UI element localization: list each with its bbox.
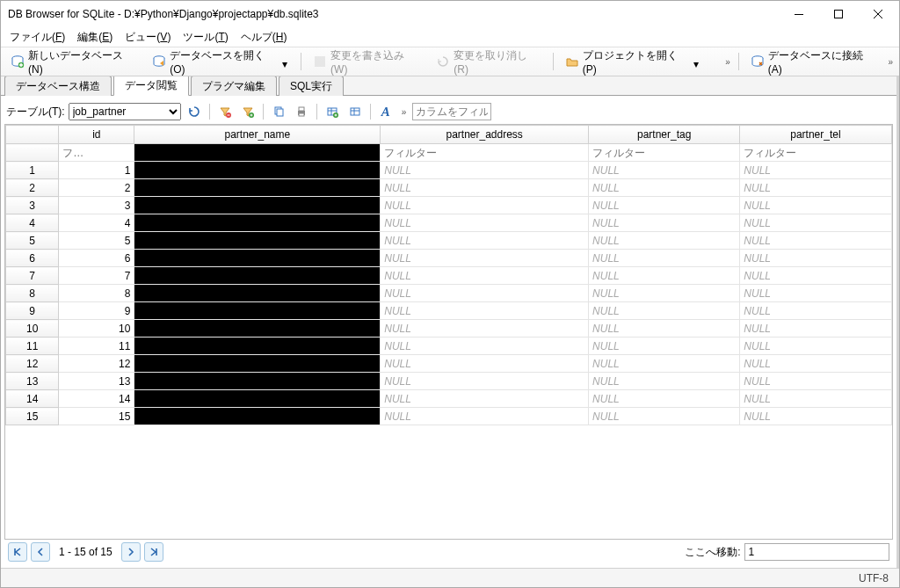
refresh-button[interactable]	[185, 102, 204, 121]
cell-id[interactable]: 4	[59, 214, 134, 232]
cell-partner-address[interactable]: NULL	[381, 373, 589, 390]
cell-partner-tel[interactable]: NULL	[740, 390, 891, 408]
cell-partner-address[interactable]: NULL	[381, 338, 589, 355]
cell-id[interactable]: 2	[59, 179, 134, 197]
cell-partner-address[interactable]: NULL	[381, 285, 589, 302]
minimize-button[interactable]	[779, 2, 818, 26]
table-row[interactable]: 11NULLNULLNULL	[6, 162, 892, 179]
save-filters-button[interactable]	[238, 102, 258, 121]
open-project-button[interactable]: プロジェクトを開く(P) ▾	[559, 50, 708, 73]
cell-partner-name[interactable]	[134, 162, 381, 179]
cell-partner-tag[interactable]: NULL	[589, 390, 740, 408]
tab-browse-data[interactable]: データ閲覧	[113, 76, 189, 96]
table-row[interactable]: 88NULLNULLNULL	[6, 285, 892, 302]
table-row[interactable]: 22NULLNULLNULL	[6, 179, 892, 197]
cell-partner-tag[interactable]: NULL	[589, 214, 740, 232]
cell-partner-address[interactable]: NULL	[381, 390, 589, 408]
cell-id[interactable]: 12	[59, 355, 134, 373]
cell-partner-address[interactable]: NULL	[381, 408, 589, 425]
cell-partner-tag[interactable]: NULL	[589, 408, 740, 425]
cell-id[interactable]: 14	[59, 390, 134, 408]
cell-partner-address[interactable]: NULL	[381, 250, 589, 267]
cell-partner-tag[interactable]: NULL	[589, 355, 740, 373]
cell-partner-name[interactable]	[134, 320, 381, 338]
cell-partner-tel[interactable]: NULL	[740, 162, 891, 179]
tab-execute-sql[interactable]: SQL実行	[279, 76, 344, 96]
insert-record-button[interactable]	[323, 102, 342, 121]
cell-partner-tag[interactable]: NULL	[589, 285, 740, 302]
table-row[interactable]: 55NULLNULLNULL	[6, 232, 892, 250]
pager-prev-button[interactable]	[31, 542, 50, 562]
cell-partner-name[interactable]	[134, 250, 381, 267]
cell-partner-tel[interactable]: NULL	[740, 179, 891, 197]
cell-partner-address[interactable]: NULL	[381, 232, 589, 250]
cell-partner-address[interactable]: NULL	[381, 302, 589, 320]
col-header-partner-address[interactable]: partner_address	[381, 126, 589, 144]
filter-id[interactable]	[59, 145, 134, 161]
cell-partner-name[interactable]	[134, 390, 381, 408]
column-filter-input[interactable]	[412, 103, 491, 120]
revert-changes-button[interactable]: 変更を取り消し(R)	[430, 50, 548, 73]
goto-input[interactable]	[744, 543, 889, 561]
cell-partner-tel[interactable]: NULL	[740, 285, 891, 302]
pager-next-button[interactable]	[121, 542, 141, 562]
cell-partner-tag[interactable]: NULL	[589, 162, 740, 179]
filter-tag[interactable]	[589, 145, 739, 161]
filter-address[interactable]	[381, 145, 588, 161]
pager-first-button[interactable]	[8, 542, 27, 562]
cell-id[interactable]: 3	[59, 197, 134, 214]
overflow-button[interactable]: »	[399, 105, 410, 119]
cell-partner-address[interactable]: NULL	[381, 162, 589, 179]
cell-partner-tag[interactable]: NULL	[589, 232, 740, 250]
col-header-partner-name[interactable]: partner_name	[134, 126, 381, 144]
table-row[interactable]: 1313NULLNULLNULL	[6, 373, 892, 390]
cell-id[interactable]: 15	[59, 408, 134, 425]
toolbar-overflow[interactable]: »	[722, 55, 733, 69]
table-row[interactable]: 1515NULLNULLNULL	[6, 408, 892, 425]
menu-edit[interactable]: 編集(E)	[72, 28, 118, 47]
cell-id[interactable]: 8	[59, 285, 134, 302]
table-row[interactable]: 99NULLNULLNULL	[6, 302, 892, 320]
copy-button[interactable]	[269, 102, 288, 121]
col-header-id[interactable]: id	[59, 126, 134, 144]
pager-last-button[interactable]	[144, 542, 163, 562]
delete-record-button[interactable]	[345, 102, 365, 121]
cell-partner-name[interactable]	[134, 338, 381, 355]
cell-id[interactable]: 5	[59, 232, 134, 250]
table-select[interactable]: job_partner	[69, 103, 181, 120]
open-database-button[interactable]: データベースを開く(O) ▾	[146, 50, 295, 73]
cell-partner-name[interactable]	[134, 179, 381, 197]
cell-partner-name[interactable]	[134, 285, 381, 302]
cell-partner-tel[interactable]: NULL	[740, 214, 891, 232]
cell-partner-tel[interactable]: NULL	[740, 338, 891, 355]
menu-tools[interactable]: ツール(T)	[178, 28, 233, 47]
clear-filters-button[interactable]	[215, 102, 235, 121]
cell-partner-tel[interactable]: NULL	[740, 408, 891, 425]
table-row[interactable]: 77NULLNULLNULL	[6, 267, 892, 285]
connect-database-button[interactable]: データベースに接続(A)	[744, 50, 882, 73]
cell-partner-tel[interactable]: NULL	[740, 197, 891, 214]
cell-id[interactable]: 10	[59, 320, 134, 338]
maximize-button[interactable]	[818, 2, 858, 26]
col-header-partner-tag[interactable]: partner_tag	[589, 126, 740, 144]
cell-partner-tel[interactable]: NULL	[740, 250, 891, 267]
filter-tel[interactable]	[740, 145, 890, 161]
cell-partner-name[interactable]	[134, 232, 381, 250]
cell-partner-tel[interactable]: NULL	[740, 302, 891, 320]
menu-view[interactable]: ビュー(V)	[120, 28, 176, 47]
cell-partner-tag[interactable]: NULL	[589, 197, 740, 214]
cell-partner-tel[interactable]: NULL	[740, 373, 891, 390]
table-row[interactable]: 1414NULLNULLNULL	[6, 390, 892, 408]
cell-partner-address[interactable]: NULL	[381, 320, 589, 338]
adjust-columns-button[interactable]: A	[376, 102, 396, 121]
cell-id[interactable]: 1	[59, 162, 134, 179]
cell-partner-tag[interactable]: NULL	[589, 338, 740, 355]
new-database-button[interactable]: 新しいデータベース(N)	[4, 50, 142, 73]
data-grid[interactable]: id partner_name partner_address partner_…	[4, 124, 893, 540]
cell-id[interactable]: 7	[59, 267, 134, 285]
cell-partner-tel[interactable]: NULL	[740, 320, 891, 338]
cell-id[interactable]: 11	[59, 338, 134, 355]
menu-file[interactable]: ファイル(F)	[4, 28, 70, 47]
close-button[interactable]	[858, 2, 897, 26]
cell-partner-name[interactable]	[134, 355, 381, 373]
